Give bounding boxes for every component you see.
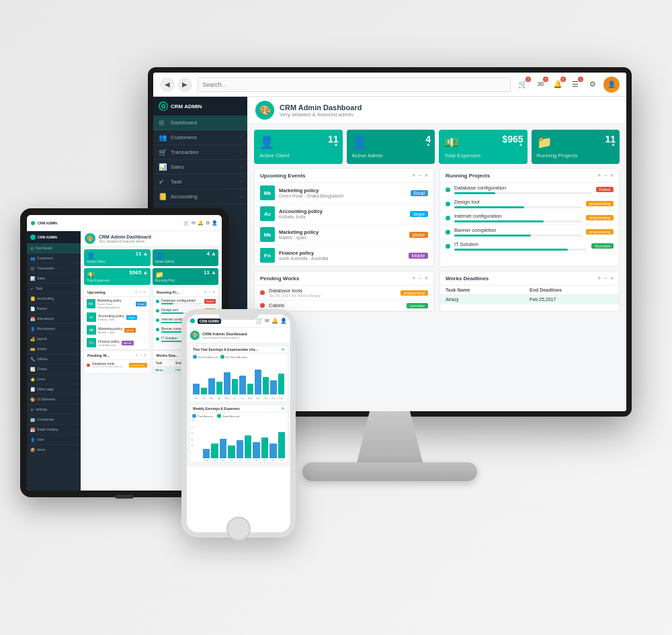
phone-weekly-chart-refresh[interactable]: ⟳ [282, 407, 284, 411]
tablet-items-icon: 📦 [30, 448, 35, 452]
deadline-task-0: Alrazy [446, 297, 530, 302]
tablet-upcoming-ctrls[interactable]: + − × [135, 290, 146, 294]
phone-yearly-legend: No Prev Amount No Stand Amount [190, 353, 288, 360]
forward-button[interactable]: ▶ [177, 77, 192, 92]
proj-minus-icon[interactable]: − [603, 172, 607, 179]
project-dot-3 [446, 230, 450, 235]
phone-label-aug: Aug [247, 397, 254, 400]
back-button[interactable]: ◀ [160, 77, 175, 92]
tablet-nav-user[interactable]: 👤 User [27, 435, 81, 445]
chevron-right-icon2: › [241, 150, 242, 155]
tablet-running-ctrls[interactable]: + − × [204, 290, 215, 294]
proj-plus-icon[interactable]: + [597, 172, 601, 179]
tablet-nav-label-dashboard: Dashboard [36, 246, 52, 250]
phone-wbar-0 [203, 449, 210, 459]
phone-wbar-2 [220, 439, 226, 458]
tablet-nav-items[interactable]: 📦 Items [27, 445, 81, 455]
phone-home-button[interactable] [226, 517, 251, 541]
sidebar-item-sales[interactable]: 📊 Sales › [153, 160, 247, 175]
event-info-3: Finance policy south Australia - Austral… [279, 250, 405, 261]
phone-yearly-chart-refresh[interactable]: ⟳ [282, 347, 284, 351]
tablet-nav-dashboard[interactable]: ⊞ Dashboard [27, 243, 81, 253]
tablet-upcoming-header: Upcoming + − × [84, 288, 149, 297]
minus-icon[interactable]: − [418, 172, 421, 179]
mail-icon[interactable]: ✉3 [534, 78, 547, 91]
tablet-gear-icon[interactable]: ⚙ [206, 220, 210, 226]
tablet-stat-admin-val: 4 ▲ [206, 251, 216, 257]
pw-minus-icon[interactable]: − [418, 275, 421, 282]
tablet-cart-icon[interactable]: 🛒 [183, 220, 190, 226]
tablet-proj-dot-1 [156, 309, 159, 312]
dashboard-title-icon: 🎨 [255, 101, 274, 120]
tablet-nav-utilities[interactable]: 🔧 Utilities [27, 354, 81, 364]
active-client-icon: 👤 [259, 135, 337, 150]
tablet-task-icon: ✔ [30, 286, 34, 291]
stats-row: 👤 Active Client 11 ▲ 👤 Active Admin 4 ▲ [247, 124, 626, 168]
tablet-nav-sales[interactable]: 📊 Sales [27, 273, 81, 284]
close-icon[interactable]: × [425, 172, 428, 179]
wd-plus-icon[interactable]: + [597, 275, 601, 282]
phone-y-20: 20 [191, 445, 199, 448]
tablet-home-button[interactable] [115, 495, 134, 499]
tablet-nav-other[interactable]: 📃 Other page [27, 384, 81, 394]
plus-icon[interactable]: + [412, 172, 415, 179]
phone-label-nov: Nov [270, 397, 277, 400]
scene: ◀ ▶ 🛒2 ✉3 🔔5 ☰1 ⚙ 👤 [0, 0, 672, 635]
phone-bell-icon[interactable]: 🔔 [271, 318, 278, 324]
tablet-nav-tickets[interactable]: 🎫 tickets [27, 344, 81, 354]
tablet-proj-dot-0 [156, 300, 159, 303]
pw-close-icon[interactable]: × [425, 275, 428, 282]
search-input[interactable] [198, 77, 511, 92]
tablet-nav-customers[interactable]: 👥 Customers [27, 253, 81, 263]
tablet-stat-expenses-label: Total Expenses [87, 278, 148, 282]
bell-icon[interactable]: 🔔5 [551, 78, 564, 91]
tablet-nav-ui[interactable]: 🎨 UI Elements [27, 394, 81, 405]
tablet-nav-companies[interactable]: 🏢 Companies [27, 415, 81, 425]
tablet-nav-holiday[interactable]: 📆 Public Holiday [27, 425, 81, 435]
sidebar-item-accounting[interactable]: 📒 Accounting › [153, 189, 247, 204]
tablet-nav-payroll[interactable]: 💰 payroll [27, 334, 81, 344]
list-icon[interactable]: ☰1 [569, 78, 582, 91]
tablet-nav-charts[interactable]: 📈 Charts [27, 364, 81, 374]
tablet-nav-attendance[interactable]: 📅 Attendance [27, 314, 81, 324]
tablet-nav-recruitment[interactable]: 👤 Recruitment [27, 324, 81, 334]
tablet-logo-text: CRM ADMIN [38, 221, 57, 225]
tablet-event-info-3: Finance policy South Australia [98, 339, 120, 347]
tablet-nav-label-charts: Charts [37, 367, 47, 371]
project-name-3: Banner completion [454, 227, 582, 233]
running-projects-panel-title: Running Projects [446, 173, 490, 179]
tablet-col-task: Task [156, 362, 176, 365]
phone-title-icon: 🎨 [190, 331, 200, 340]
proj-close-icon[interactable]: × [610, 172, 614, 179]
tablet-nav-icons[interactable]: ⭐ Icons [27, 374, 81, 384]
phone-user-icon[interactable]: 👤 [280, 318, 287, 324]
tablet-nav-task[interactable]: ✔ Task [27, 284, 81, 294]
project-name-4: IT Solution [454, 241, 587, 247]
phone-label-mar: Mar [208, 397, 215, 400]
phone-mail-icon[interactable]: ✉ [265, 318, 269, 324]
tablet-nav-transaction[interactable]: 🛒 Transaction [27, 263, 81, 273]
pw-plus-icon[interactable]: + [412, 275, 415, 282]
tablet-stat-expenses: 💵 Total Expenses $965 ▲ [84, 268, 151, 285]
wd-minus-icon[interactable]: − [603, 275, 607, 282]
user-avatar[interactable]: 👤 [603, 77, 620, 93]
phone-wlabel-6: Mr [253, 459, 259, 462]
sidebar-item-dashboard[interactable]: ⊞ Dashboard [153, 116, 247, 130]
sidebar-item-transaction[interactable]: 🛒 Transaction › [153, 145, 247, 160]
tablet-mail-icon[interactable]: ✉ [192, 220, 196, 226]
tablet-pending-ctrls[interactable]: + − × [135, 353, 146, 357]
tablet-nav-accounting[interactable]: 📒 Accounting [27, 294, 81, 304]
cart-icon[interactable]: 🛒2 [516, 78, 530, 91]
tablet-nav-settings[interactable]: ⚙ settings [27, 405, 81, 415]
phone-label-apr: Apr [216, 397, 223, 400]
phone-cart-icon[interactable]: 🛒 [256, 318, 263, 324]
gear-icon[interactable]: ⚙ [586, 78, 599, 91]
tablet-bell-icon[interactable]: 🔔 [198, 220, 204, 226]
phone-wbar-1 [211, 443, 218, 458]
tablet-nav-report[interactable]: 📄 Report [27, 304, 81, 314]
tablet-user-avatar[interactable]: 👤 [212, 220, 218, 226]
sidebar-item-customers[interactable]: 👥 Customers › [153, 130, 247, 145]
wd-close-icon[interactable]: × [610, 275, 614, 282]
tablet-title-icon: 🎨 [85, 233, 95, 244]
sidebar-item-task[interactable]: ✔ Task › [153, 175, 247, 189]
